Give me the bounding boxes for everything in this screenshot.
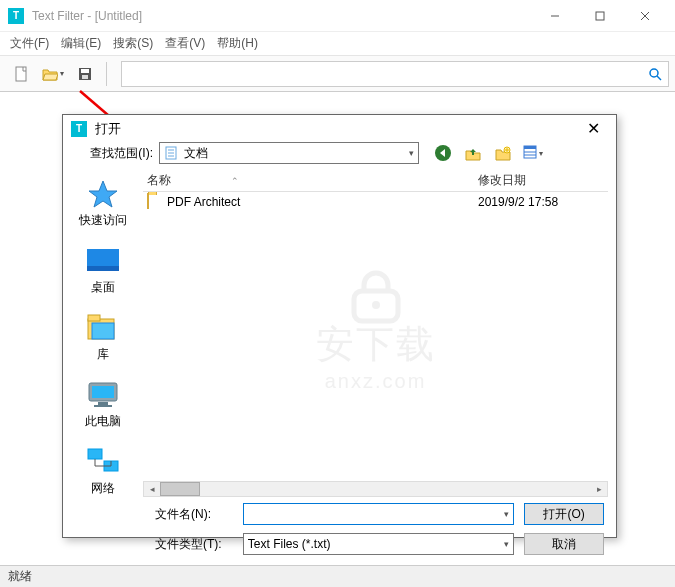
search-input[interactable] [122, 67, 642, 81]
sort-indicator-icon: ⌃ [231, 176, 239, 186]
dialog-bottom: 文件名(N): ▾ 打开(O) 文件类型(T): Text Files (*.t… [63, 497, 616, 575]
svg-rect-26 [92, 323, 114, 339]
dialog-app-icon: T [71, 121, 87, 137]
list-item[interactable]: PDF Architect 2019/9/2 17:58 [143, 192, 608, 212]
file-list-rows[interactable]: PDF Architect 2019/9/2 17:58 安下载 anxz.co… [143, 192, 608, 481]
place-libraries[interactable]: 库 [85, 312, 121, 363]
dialog-close-button[interactable]: ✕ [579, 115, 608, 142]
scroll-left-icon[interactable]: ◂ [144, 484, 160, 494]
file-name: PDF Architect [167, 195, 478, 209]
window-controls [532, 1, 667, 31]
column-date[interactable]: 修改日期 [478, 172, 608, 189]
filetype-label: 文件类型(T): [155, 536, 233, 553]
svg-rect-4 [16, 67, 26, 81]
svg-rect-31 [88, 449, 102, 459]
place-label: 此电脑 [85, 413, 121, 430]
save-button[interactable] [70, 60, 100, 88]
documents-icon [164, 145, 180, 161]
svg-marker-21 [89, 181, 117, 207]
svg-rect-7 [82, 75, 88, 79]
svg-rect-28 [92, 386, 114, 398]
quick-access-icon [85, 178, 121, 210]
file-date: 2019/9/2 17:58 [478, 195, 608, 209]
svg-point-8 [650, 69, 658, 77]
toolbar-divider [106, 62, 107, 86]
watermark: 安下载 anxz.com [316, 269, 436, 393]
app-icon: T [8, 8, 24, 24]
dialog-body: 快速访问 桌面 库 此电脑 [63, 170, 616, 497]
menu-search[interactable]: 搜索(S) [113, 35, 153, 52]
place-label: 桌面 [91, 279, 115, 296]
place-this-pc[interactable]: 此电脑 [85, 379, 121, 430]
column-name[interactable]: 名称 ⌃ [143, 172, 478, 189]
place-label: 快速访问 [79, 212, 127, 229]
network-icon [85, 446, 121, 478]
libraries-icon [85, 312, 121, 344]
chevron-down-icon: ▾ [504, 539, 509, 549]
menu-file[interactable]: 文件(F) [10, 35, 49, 52]
filename-combo[interactable]: ▾ [243, 503, 514, 525]
place-label: 网络 [91, 480, 115, 497]
open-button[interactable]: 打开(O) [524, 503, 604, 525]
lookin-label: 查找范围(I): [75, 145, 153, 162]
file-list: 名称 ⌃ 修改日期 PDF Architect 2019/9/2 17:58 安… [143, 170, 608, 497]
new-file-button[interactable] [6, 60, 36, 88]
window-title: Text Filter - [Untitled] [32, 9, 142, 23]
dialog-nav-icons: ▾ [433, 143, 543, 163]
scroll-thumb[interactable] [160, 482, 200, 496]
file-list-header[interactable]: 名称 ⌃ 修改日期 [143, 170, 608, 192]
lookin-row: 查找范围(I): 文档 ▾ ▾ [63, 142, 616, 164]
maximize-button[interactable] [577, 1, 622, 31]
svg-rect-29 [98, 402, 108, 405]
open-dialog: T 打开 ✕ 查找范围(I): 文档 ▾ ▾ [62, 114, 617, 538]
back-button[interactable] [433, 143, 453, 163]
svg-rect-18 [524, 146, 536, 149]
svg-rect-25 [88, 315, 100, 321]
cancel-button[interactable]: 取消 [524, 533, 604, 555]
svg-rect-36 [354, 291, 398, 321]
open-file-button[interactable]: ▾ [38, 60, 68, 88]
svg-rect-1 [596, 12, 604, 20]
up-one-level-button[interactable] [463, 143, 483, 163]
scroll-right-icon[interactable]: ▸ [591, 484, 607, 494]
menu-view[interactable]: 查看(V) [165, 35, 205, 52]
chevron-down-icon: ▾ [409, 148, 414, 158]
filetype-combo[interactable]: Text Files (*.txt) ▾ [243, 533, 514, 555]
svg-point-37 [372, 301, 380, 309]
filename-label: 文件名(N): [155, 506, 233, 523]
status-text: 就绪 [8, 568, 32, 585]
chevron-down-icon: ▾ [504, 509, 509, 519]
this-pc-icon [85, 379, 121, 411]
new-folder-button[interactable] [493, 143, 513, 163]
filetype-value: Text Files (*.txt) [248, 537, 331, 551]
filetype-row: 文件类型(T): Text Files (*.txt) ▾ 取消 [155, 533, 604, 555]
svg-rect-30 [94, 405, 112, 407]
menu-edit[interactable]: 编辑(E) [61, 35, 101, 52]
titlebar: T Text Filter - [Untitled] [0, 0, 675, 32]
lookin-value: 文档 [184, 145, 208, 162]
desktop-icon [85, 245, 121, 277]
dialog-title: 打开 [95, 120, 121, 138]
folder-icon [147, 194, 163, 210]
places-bar: 快速访问 桌面 库 此电脑 [63, 170, 143, 497]
search-icon[interactable] [642, 62, 668, 86]
svg-rect-6 [81, 69, 89, 73]
svg-rect-23 [87, 266, 119, 271]
chevron-down-icon: ▾ [539, 149, 543, 158]
minimize-button[interactable] [532, 1, 577, 31]
close-button[interactable] [622, 1, 667, 31]
search-box [121, 61, 669, 87]
place-label: 库 [97, 346, 109, 363]
menubar: 文件(F) 编辑(E) 搜索(S) 查看(V) 帮助(H) [0, 32, 675, 56]
place-quick-access[interactable]: 快速访问 [79, 178, 127, 229]
svg-line-9 [657, 76, 661, 80]
lookin-combo[interactable]: 文档 ▾ [159, 142, 419, 164]
dialog-titlebar: T 打开 ✕ [63, 115, 616, 142]
place-desktop[interactable]: 桌面 [85, 245, 121, 296]
view-menu-button[interactable]: ▾ [523, 143, 543, 163]
place-network[interactable]: 网络 [85, 446, 121, 497]
horizontal-scrollbar[interactable]: ◂ ▸ [143, 481, 608, 497]
menu-help[interactable]: 帮助(H) [217, 35, 258, 52]
filename-row: 文件名(N): ▾ 打开(O) [155, 503, 604, 525]
